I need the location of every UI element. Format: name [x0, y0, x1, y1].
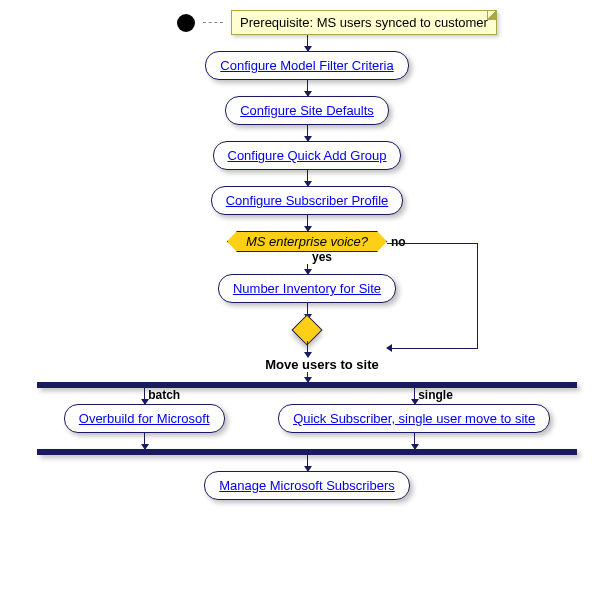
arrow-icon	[307, 264, 308, 274]
arrow-icon	[307, 125, 308, 141]
arrow-icon	[307, 35, 308, 51]
arrow-icon	[414, 433, 415, 449]
configure-site-defaults-step[interactable]: Configure Site Defaults	[225, 96, 389, 125]
start-row: Prerequisite: MS users synced to custome…	[177, 10, 497, 35]
prerequisite-note: Prerequisite: MS users synced to custome…	[231, 10, 497, 35]
arrow-icon	[307, 215, 308, 231]
configure-quick-add-step[interactable]: Configure Quick Add Group	[213, 141, 402, 170]
yes-label: yes	[312, 250, 332, 264]
number-inventory-step[interactable]: Number Inventory for Site	[218, 274, 396, 303]
configure-subscriber-profile-link[interactable]: Configure Subscriber Profile	[226, 193, 389, 208]
quick-subscriber-link[interactable]: Quick Subscriber, single user move to si…	[293, 411, 535, 426]
quick-subscriber-step[interactable]: Quick Subscriber, single user move to si…	[278, 404, 550, 433]
start-node-icon	[177, 14, 195, 32]
no-path-connector	[387, 243, 478, 349]
batch-branch: batch Overbuild for Microsoft	[64, 388, 225, 449]
configure-model-filter-step[interactable]: Configure Model Filter Criteria	[205, 51, 408, 80]
section-label: Move users to site	[265, 357, 378, 372]
arrow-icon	[144, 433, 145, 449]
single-label: single	[418, 388, 453, 402]
arrow-icon	[307, 455, 308, 471]
manage-subscribers-step[interactable]: Manage Microsoft Subscribers	[204, 471, 410, 500]
single-branch: single Quick Subscriber, single user mov…	[278, 388, 550, 449]
decision-diamond: MS enterprise voice?	[227, 231, 387, 252]
batch-label: batch	[148, 388, 180, 402]
manage-subscribers-link[interactable]: Manage Microsoft Subscribers	[219, 478, 395, 493]
arrow-icon	[307, 372, 308, 382]
arrow-icon	[307, 80, 308, 96]
number-inventory-link[interactable]: Number Inventory for Site	[233, 281, 381, 296]
configure-subscriber-profile-step[interactable]: Configure Subscriber Profile	[211, 186, 404, 215]
configure-model-filter-link[interactable]: Configure Model Filter Criteria	[220, 58, 393, 73]
configure-quick-add-link[interactable]: Configure Quick Add Group	[228, 148, 387, 163]
overbuild-step[interactable]: Overbuild for Microsoft	[64, 404, 225, 433]
arrow-icon	[307, 341, 308, 357]
activity-diagram: Prerequisite: MS users synced to custome…	[10, 10, 604, 500]
parallel-branches: batch Overbuild for Microsoft single Qui…	[37, 388, 577, 449]
arrow-icon	[307, 170, 308, 186]
arrow-icon	[144, 388, 145, 404]
arrow-icon	[414, 388, 415, 404]
configure-site-defaults-link[interactable]: Configure Site Defaults	[240, 103, 374, 118]
overbuild-link[interactable]: Overbuild for Microsoft	[79, 411, 210, 426]
decision-block: MS enterprise voice? no yes Number Inven…	[218, 231, 396, 341]
note-connector	[203, 22, 223, 24]
